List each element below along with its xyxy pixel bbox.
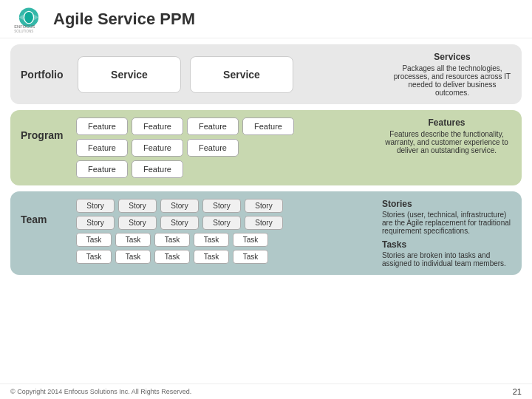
portfolio-label: Portfolio xyxy=(21,69,69,81)
feature-box: Feature xyxy=(76,139,128,157)
task-row-2: Task Task Task Task Task xyxy=(76,250,372,264)
story-box: Story xyxy=(245,199,283,213)
portfolio-row: Portfolio Service Service Services Packa… xyxy=(10,44,522,104)
story-box: Story xyxy=(118,216,157,230)
main-content: Portfolio Service Service Services Packa… xyxy=(0,38,532,281)
stories-description: Stories Stories (user, technical, infras… xyxy=(382,199,511,235)
task-box: Task xyxy=(233,250,268,264)
service-box-1: Service xyxy=(78,56,181,93)
team-descriptions: Stories Stories (user, technical, infras… xyxy=(382,199,511,267)
task-box: Task xyxy=(76,250,112,264)
enfocus-logo: ENFOCUS SOLUTIONS xyxy=(12,6,46,33)
story-box: Story xyxy=(245,216,283,230)
feature-box: Feature xyxy=(187,139,239,157)
feature-box: Feature xyxy=(76,117,128,135)
story-box: Story xyxy=(76,216,115,230)
features-description: Features Features describe the functiona… xyxy=(382,117,511,154)
tasks-title: Tasks xyxy=(382,239,511,250)
page-title: Agile Service PPM xyxy=(53,10,195,29)
service-box-2: Service xyxy=(190,56,293,93)
svg-text:ENFOCUS: ENFOCUS xyxy=(14,24,35,29)
story-row-2: Story Story Story Story Story xyxy=(76,216,372,230)
story-row-1: Story Story Story Story Story xyxy=(76,199,372,213)
svg-point-1 xyxy=(24,11,33,23)
tasks-description: Tasks Stories are broken into tasks and … xyxy=(382,239,511,267)
task-box: Task xyxy=(233,233,268,247)
team-row: Team Story Story Story Story Story Story… xyxy=(10,191,522,275)
services-text: Packages all the technologies, processes… xyxy=(393,64,511,97)
logo: ENFOCUS SOLUTIONS xyxy=(12,6,46,33)
header: ENFOCUS SOLUTIONS Agile Service PPM xyxy=(0,0,532,38)
program-row: Program Feature Feature Feature Feature … xyxy=(10,110,522,185)
feature-row-2: Feature Feature Feature xyxy=(76,139,372,157)
team-label: Team xyxy=(21,214,69,225)
feature-box: Feature xyxy=(242,117,294,135)
program-label: Program xyxy=(21,129,69,141)
team-grid: Story Story Story Story Story Story Stor… xyxy=(76,199,372,264)
features-text: Features describe the functionality, war… xyxy=(382,130,511,154)
task-box: Task xyxy=(194,233,229,247)
story-box: Story xyxy=(160,199,199,213)
task-box: Task xyxy=(154,233,190,247)
features-title: Features xyxy=(382,117,511,128)
story-box: Story xyxy=(160,216,199,230)
services-description: Services Packages all the technologies, … xyxy=(393,52,511,97)
page-number: 21 xyxy=(513,387,522,396)
feature-box: Feature xyxy=(132,139,183,157)
services-title: Services xyxy=(393,52,511,62)
task-box: Task xyxy=(115,233,151,247)
story-box: Story xyxy=(202,216,241,230)
stories-text: Stories (user, technical, infrastructure… xyxy=(382,211,511,235)
tasks-text: Stories are broken into tasks and assign… xyxy=(382,251,511,267)
feature-box: Feature xyxy=(187,117,239,135)
feature-box: Feature xyxy=(132,160,183,178)
task-box: Task xyxy=(115,250,151,264)
story-box: Story xyxy=(202,199,241,213)
feature-row-3: Feature Feature xyxy=(76,160,372,178)
features-grid: Feature Feature Feature Feature Feature … xyxy=(76,117,372,178)
story-box: Story xyxy=(118,199,157,213)
task-box: Task xyxy=(194,250,229,264)
footer: © Copyright 2014 Enfocus Solutions Inc. … xyxy=(0,383,532,399)
copyright-text: © Copyright 2014 Enfocus Solutions Inc. … xyxy=(10,388,191,395)
story-box: Story xyxy=(76,199,115,213)
feature-row-1: Feature Feature Feature Feature xyxy=(76,117,372,135)
task-box: Task xyxy=(76,233,112,247)
feature-box: Feature xyxy=(76,160,128,178)
svg-text:SOLUTIONS: SOLUTIONS xyxy=(14,30,33,33)
task-row-1: Task Task Task Task Task xyxy=(76,233,372,247)
task-box: Task xyxy=(154,250,190,264)
feature-box: Feature xyxy=(132,117,183,135)
stories-title: Stories xyxy=(382,199,511,209)
